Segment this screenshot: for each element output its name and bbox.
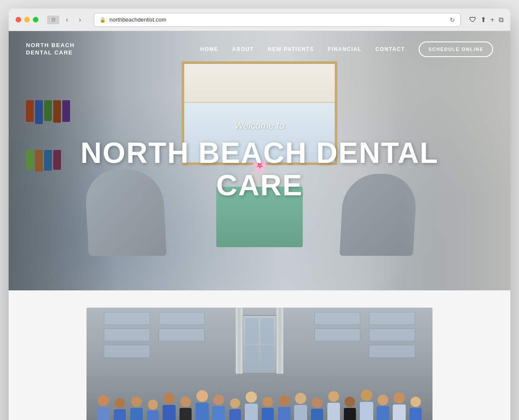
team-member [112,398,128,420]
team-member [325,391,342,420]
window-blind [184,64,335,103]
team-member [391,392,407,420]
browser-titlebar: ⊡ ‹ › 🔒 northbeachdentist.com ↻ 🛡 ⬆ + ⧉ [9,9,510,31]
schedule-online-button[interactable]: SCHEDULE ONLINE [419,41,493,57]
team-member [210,395,227,420]
team-people [86,344,432,420]
hero-text-block: Welcome to NORTH BEACH DENTAL CARE [80,120,439,201]
team-section [9,290,510,420]
team-member [375,395,391,420]
team-member [194,390,210,420]
nav-home[interactable]: HOME [200,46,218,52]
url-display: northbeachdentist.com [109,16,167,23]
team-member [358,389,375,420]
hero-section: 🌸 NORTH BEACH DENTAL CARE HOME ABOUT NEW… [9,31,510,290]
website-content: 🌸 NORTH BEACH DENTAL CARE HOME ABOUT NEW… [9,31,510,420]
maximize-button[interactable] [33,17,38,22]
share-button[interactable]: ⬆ [481,16,486,24]
nav-links: HOME ABOUT NEW PATIENTS FINANCIAL CONTAC… [200,41,493,57]
team-photo [86,308,432,420]
team-member [407,397,424,420]
windows-button[interactable]: ⧉ [499,16,503,24]
shield-icon: 🛡 [469,16,476,24]
close-button[interactable] [16,17,21,22]
team-member [227,398,243,420]
browser-actions: 🛡 ⬆ + ⧉ [469,16,503,24]
team-member [260,397,276,420]
nav-contact[interactable]: CONTACT [375,46,405,52]
navigation: NORTH BEACH DENTAL CARE HOME ABOUT NEW P… [9,31,510,67]
team-member [276,395,292,420]
team-member [177,397,194,420]
window-switcher-icon[interactable]: ⊡ [47,16,59,24]
forward-button[interactable]: › [75,15,85,25]
reload-icon[interactable]: ↻ [450,16,455,23]
nav-new-patients[interactable]: NEW PATIENTS [268,46,314,52]
team-member [243,391,260,420]
site-logo[interactable]: NORTH BEACH DENTAL CARE [26,42,75,57]
hero-title: NORTH BEACH DENTAL CARE [80,137,439,201]
nav-financial[interactable]: FINANCIAL [328,46,362,52]
browser-window: ⊡ ‹ › 🔒 northbeachdentist.com ↻ 🛡 ⬆ + ⧉ [9,9,510,420]
new-tab-button[interactable]: + [490,16,494,24]
browser-controls: ⊡ ‹ › [47,15,85,25]
hero-subtitle: Welcome to [80,120,439,131]
team-member [161,393,177,420]
traffic-lights [16,17,38,22]
lock-icon: 🔒 [99,17,106,23]
back-button[interactable]: ‹ [62,15,72,25]
nav-about[interactable]: ABOUT [232,46,254,52]
team-member [342,397,358,420]
team-member [128,396,144,420]
minimize-button[interactable] [24,17,30,22]
team-member [144,400,161,420]
team-member [309,398,325,420]
address-bar[interactable]: 🔒 northbeachdentist.com ↻ [94,13,461,27]
team-member [292,393,309,420]
team-member [95,395,112,420]
